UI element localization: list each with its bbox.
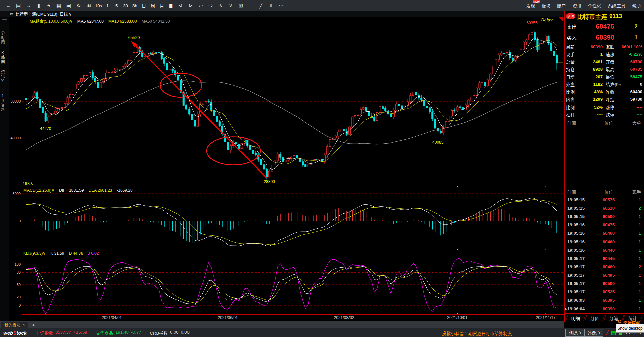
chevron-down-icon[interactable]: ∨ [43, 251, 46, 256]
account-button-期货户[interactable]: 期货户 [565, 329, 584, 337]
menu-个性化[interactable]: 个性化 [588, 3, 601, 8]
trade-time: 19:05:16 [567, 231, 591, 236]
kline-chart[interactable]: 50000400002021/04/012021/06/012021/08/02… [0, 11, 564, 321]
period-button-5[interactable]: 5 [112, 3, 121, 8]
panel-tab-label: 明细 [571, 315, 580, 321]
trade-row[interactable]: 19:05:17604802 [565, 263, 644, 271]
period-button-日[interactable]: 日 [139, 2, 148, 9]
quote-label: 跌停 [606, 111, 614, 118]
indicator-icon[interactable]: ≋ [84, 3, 94, 9]
period-button-10s[interactable]: 10s [94, 3, 103, 8]
flash-order-icon[interactable]: ϟ [44, 3, 54, 8]
compress-icon[interactable]: ⊲ [175, 3, 185, 9]
index-label: 上证指数 [36, 330, 53, 336]
status-indices: webStock 上证指数3537.37+15.58文华商品191.48-0.7… [3, 328, 190, 337]
trade-row[interactable]: 19:06:03603951 [565, 296, 644, 305]
svg-text:2021/10/01: 2021/10/01 [447, 315, 467, 320]
help-float-widget[interactable]: 论坛提问 [618, 319, 640, 324]
ma-group-label: MA组合(5,10,0,0,60,0) [30, 19, 70, 24]
menu-发现[interactable]: 发现NEW [526, 3, 535, 8]
expand-icon[interactable]: ⊳ [185, 3, 196, 9]
trade-row[interactable]: 19:05:16604601 [565, 238, 644, 246]
panel-tab-明细[interactable]: 明细 [566, 315, 586, 321]
menu-板块[interactable]: 板块 [542, 3, 550, 8]
page-right-icon[interactable]: ⇨ [206, 3, 216, 9]
quote-label: 最高 [606, 66, 614, 72]
trade-row[interactable]: 19:05:15605001 [565, 212, 644, 221]
chevron-down-icon[interactable]: ∨ [51, 188, 54, 193]
ask-price: 60475 [582, 23, 628, 30]
trade-price: 60460 [591, 231, 626, 236]
quote-cell-现手: 现手1 [565, 51, 604, 57]
quote-value: 59730 [614, 97, 642, 102]
collapse-up-icon[interactable]: ∧ [216, 3, 226, 9]
add-tab-button[interactable]: + [30, 322, 36, 328]
panel-grid-icon[interactable]: ⊞ [236, 3, 246, 9]
quote-label: 最低 [606, 74, 614, 80]
collapse-down-icon[interactable]: ∨ [226, 3, 236, 9]
svg-text:28800: 28800 [264, 179, 275, 184]
quote-label: 涨停 [606, 104, 614, 110]
svg-text:100: 100 [15, 262, 21, 266]
menu-帮助[interactable]: 帮助 [632, 3, 641, 8]
trade-col-现手: 现手 [626, 189, 641, 195]
trade-qty: 1 [626, 222, 641, 227]
trade-row[interactable]: 19:05:16604401 [565, 246, 644, 254]
trade-list-rows: 19:05:1560575119:05:1560510219:05:156050… [565, 196, 644, 313]
period-button-30[interactable]: 30 [121, 3, 130, 8]
ask-row: 卖出 60475 2 [565, 21, 644, 32]
multi-window-icon[interactable]: ▦ [54, 3, 64, 9]
trade-price: 60395 [591, 298, 626, 303]
svg-text:40000: 40000 [10, 136, 21, 140]
quote-row: 比例48%昨收60490 [565, 88, 644, 96]
more-icon[interactable]: ⋯ [276, 3, 286, 9]
chevron-down-icon[interactable]: ∨ [70, 19, 73, 24]
account-button-外盘户[interactable]: 外盘户 [584, 329, 603, 337]
trade-row[interactable]: 19:05:17605001 [565, 279, 644, 288]
timeline-chart-icon[interactable]: ≈ [23, 3, 34, 8]
period-button-自[interactable]: 自 [166, 2, 175, 9]
trade-row[interactable]: 19:05:16604751 [565, 221, 644, 229]
panel-tab-分价[interactable]: 分价 [585, 315, 605, 321]
trendline-icon[interactable]: ╱ [256, 3, 266, 9]
period-button-周[interactable]: 周 [148, 2, 157, 9]
share-icon[interactable]: ⇧ [266, 3, 276, 9]
trade-row[interactable]: 19:05:17604951 [565, 271, 644, 279]
trade-price: 60475 [591, 222, 626, 227]
tab-my-board[interactable]: 我的板块 × [1, 322, 28, 328]
index-change: +15.58 [73, 330, 87, 336]
quote-label: 比例 [566, 104, 575, 110]
workspace-tabstrip: 我的板块 × + [0, 321, 564, 328]
trade-row[interactable]: 19:05:16604601 [565, 229, 644, 238]
market-grid-icon[interactable] [611, 331, 616, 335]
candlestick-chart-icon[interactable]: ▮ [34, 3, 44, 9]
trade-price: 60495 [591, 273, 626, 278]
bid-row: 买入 60390 1 [565, 32, 644, 43]
period-button-3h[interactable]: 3h [130, 3, 139, 8]
trade-row[interactable]: 19:05:17605251 [565, 288, 644, 296]
new-badge: NEW [533, 0, 540, 3]
trade-time: 19:05:15 [567, 214, 591, 219]
trade-list-panel: 时间价位现手 19:05:1560575119:05:1560510219:05… [565, 187, 644, 313]
pen-line-icon[interactable]: ╱ [606, 330, 609, 335]
trade-price: 60460 [591, 239, 626, 244]
trade-row[interactable]: 19:05:17604451 [565, 254, 644, 263]
trade-row[interactable]: 19:05:15605102 [565, 204, 644, 212]
save-icon[interactable]: ▣ [64, 3, 74, 9]
refresh-icon[interactable]: ↻ [74, 3, 84, 9]
period-button-月[interactable]: 月 [157, 2, 166, 9]
trade-row[interactable]: 19:05:15605751 [565, 196, 644, 204]
menu-账户[interactable]: 账户 [557, 3, 566, 8]
back-icon[interactable]: ← [3, 3, 13, 8]
page-left-icon[interactable]: ⇦ [196, 3, 206, 9]
horizontal-line-icon[interactable]: — [246, 3, 256, 8]
menu-系统工具[interactable]: 系统工具 [608, 3, 625, 8]
big-order-panel: 时间价位大单 [565, 118, 644, 187]
quote-value: 52% [575, 105, 603, 110]
quote-list-icon[interactable]: ▤ [13, 3, 23, 9]
close-icon[interactable]: × [23, 323, 25, 327]
period-button-1[interactable]: 1 [103, 3, 112, 8]
trade-row[interactable]: >19:06:04603901 [565, 305, 644, 313]
contract-name[interactable]: 比特币主连 [577, 12, 607, 21]
menu-资讯[interactable]: 资讯 [573, 3, 581, 8]
